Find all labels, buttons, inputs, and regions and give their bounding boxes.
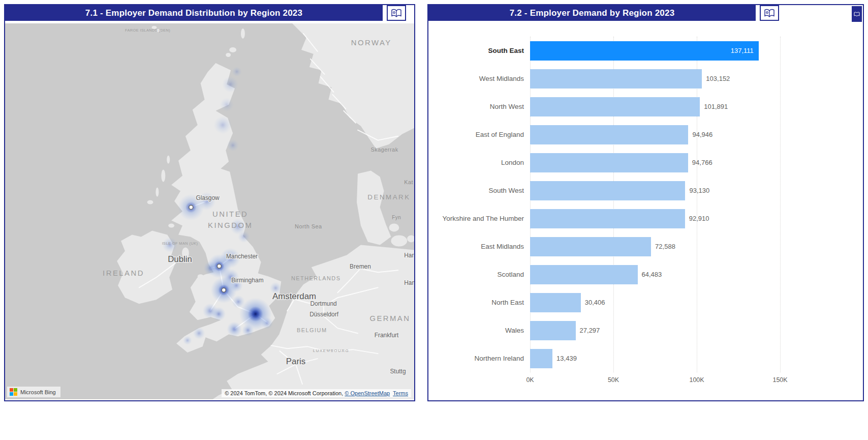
- bar-chart: South East 137,111 West Midlands 103,152…: [428, 23, 863, 390]
- bar-row: East Midlands 72,588: [428, 232, 863, 260]
- bar-row: South East 137,111: [428, 37, 863, 65]
- x-tick: 0K: [526, 376, 534, 384]
- manchester-marker: [217, 264, 221, 268]
- category-label: North East: [428, 299, 530, 306]
- bar-row: Scotland 64,483: [428, 260, 863, 288]
- bar-scotland[interactable]: [530, 265, 638, 284]
- value-label: 101,891: [704, 103, 728, 110]
- bing-logo: Microsoft Bing: [7, 387, 60, 397]
- map-label: NETHERLANDS: [291, 275, 341, 281]
- map-label: BELGIUM: [297, 327, 327, 333]
- bar-south-east[interactable]: 137,111: [530, 41, 759, 61]
- bar-track: 94,946: [530, 125, 780, 144]
- map-label: GERMAN: [369, 314, 410, 322]
- category-label: Scotland: [428, 271, 530, 278]
- bar-track: 64,483: [530, 265, 780, 284]
- bar-chart-visual-panel: 7.2 - Employer Demand by Region 2023: [427, 4, 864, 401]
- info-book-icon[interactable]: [760, 5, 779, 21]
- bar-track: 72,588: [530, 237, 780, 256]
- map-label: Kat: [404, 179, 413, 185]
- island-hebrides: [147, 200, 153, 204]
- panel-corner-icon[interactable]: [852, 6, 862, 22]
- info-book-icon[interactable]: [387, 5, 406, 21]
- island-shetland: [241, 28, 245, 39]
- category-label: Northern Ireland: [428, 355, 530, 362]
- attribution-text: © 2024 TomTom, © 2024 Microsoft Corporat…: [225, 390, 343, 396]
- bar-track: 30,406: [530, 293, 780, 312]
- bar-wales[interactable]: [530, 321, 576, 340]
- bar-track: 103,152: [530, 69, 780, 89]
- bar-track: 13,439: [530, 349, 780, 368]
- map-label: Fyn: [392, 215, 401, 220]
- bar-row: London 94,766: [428, 149, 863, 177]
- map-label: Dortmund: [310, 300, 336, 307]
- bar-north-west[interactable]: [530, 97, 700, 116]
- birmingham-marker: [222, 288, 226, 292]
- x-tick: 50K: [608, 376, 619, 384]
- report-canvas: 7.1 - Employer Demand Distribution by Re…: [0, 0, 868, 405]
- map-label: UNITED: [212, 210, 248, 218]
- category-label: Wales: [428, 327, 530, 334]
- bar-track: 101,891: [530, 97, 780, 116]
- island-orkney: [229, 47, 236, 52]
- openstreetmap-link[interactable]: © OpenStreetMap: [345, 390, 390, 396]
- bar-visual-title: 7.2 - Employer Demand by Region 2023: [428, 5, 756, 21]
- category-label: Yorkshire and The Humber: [428, 215, 530, 222]
- island-anglesey: [198, 274, 204, 278]
- map-label: Stuttg: [390, 368, 406, 375]
- map-label: Paris: [286, 357, 305, 366]
- map-label: Dublin: [168, 254, 192, 264]
- bar-visual-header: 7.2 - Employer Demand by Region 2023: [428, 5, 779, 23]
- bing-map[interactable]: FAROE ISLANDS (DEN) NORWAY Skagerrak Kat…: [5, 23, 414, 399]
- map-label: Birmingham: [231, 277, 264, 284]
- value-label: 27,297: [580, 327, 600, 334]
- bar-row: Northern Ireland 13,439: [428, 344, 863, 372]
- glasgow-marker: [189, 206, 193, 210]
- map-label: North Sea: [295, 223, 322, 229]
- category-label: West Midlands: [428, 75, 530, 82]
- value-label: 13,439: [556, 355, 577, 362]
- map-label: Amsterdam: [272, 291, 316, 301]
- island-hebrides: [156, 188, 159, 197]
- map-canvas: FAROE ISLANDS (DEN) NORWAY Skagerrak Kat…: [5, 23, 414, 399]
- bar-north-east[interactable]: [530, 293, 581, 312]
- bar-east-of-england[interactable]: [530, 125, 688, 144]
- value-label: 103,152: [706, 75, 730, 82]
- value-label: 137,111: [731, 47, 754, 54]
- map-label: KINGDOM: [208, 221, 253, 229]
- open-book-icon: [764, 9, 775, 18]
- bar-track: 94,766: [530, 153, 780, 172]
- bar-east-midlands[interactable]: [530, 237, 651, 256]
- map-attribution: © 2024 TomTom, © 2024 Microsoft Corporat…: [222, 389, 411, 397]
- terms-link[interactable]: Terms: [393, 390, 408, 396]
- x-tick: 150K: [772, 376, 787, 384]
- bar-yorkshire-and-the-humber[interactable]: [530, 209, 685, 228]
- island-arran: [168, 223, 174, 227]
- map-label: Skagerrak: [370, 146, 398, 153]
- map-label: Bremen: [350, 263, 371, 270]
- map-label: Hann: [404, 279, 414, 286]
- bar-london[interactable]: [530, 153, 688, 172]
- map-visual-title: 7.1 - Employer Demand Distribution by Re…: [5, 5, 383, 21]
- bar-row: Yorkshire and The Humber 92,910: [428, 204, 863, 232]
- bar-track: 137,111: [530, 41, 780, 61]
- value-label: 92,910: [689, 215, 709, 222]
- bar-south-west[interactable]: [530, 181, 685, 200]
- map-label: Har: [404, 252, 414, 259]
- bar-west-midlands[interactable]: [530, 69, 702, 89]
- bar-track: 27,297: [530, 321, 780, 340]
- category-label: East Midlands: [428, 243, 530, 250]
- value-label: 64,483: [642, 271, 662, 278]
- bar-track: 92,910: [530, 209, 780, 228]
- island-orkney: [226, 53, 231, 57]
- map-label: LUXEMBOURG: [313, 348, 349, 353]
- island-zealand: [391, 235, 407, 246]
- bar-row: North West 101,891: [428, 93, 863, 121]
- category-label: London: [428, 159, 530, 166]
- map-label: NORWAY: [351, 38, 392, 47]
- value-label: 94,946: [692, 131, 712, 138]
- bar-northern-ireland[interactable]: [530, 349, 552, 368]
- x-tick: 100K: [689, 376, 704, 384]
- value-label: 30,406: [585, 299, 605, 306]
- map-visual-header: 7.1 - Employer Demand Distribution by Re…: [5, 5, 406, 23]
